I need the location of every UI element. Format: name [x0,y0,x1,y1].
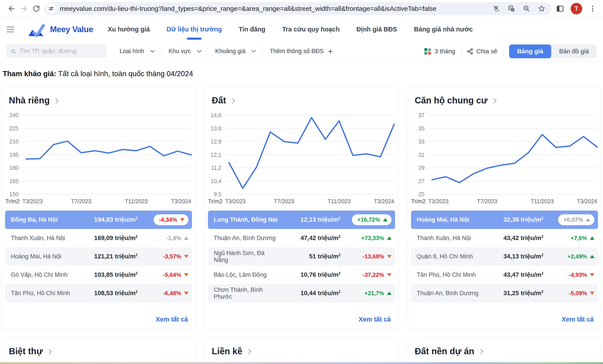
forward-button[interactable] [18,2,30,15]
row-price: 32,38 triệu/m2 [481,216,544,223]
filter-dropdown-2[interactable]: Khoảng giá [208,48,263,55]
bookmark-star-icon[interactable] [538,5,545,12]
nav-item-5[interactable]: Bảng giá nhà nước [414,26,473,33]
nav-item-1[interactable]: Dữ liệu thị trường [166,26,222,33]
market-card: Căn hộ chung cư 37353331292725Tr/m2T3/20… [408,86,601,330]
view-all-link[interactable]: Xem tất cả [156,316,188,323]
svg-text:T11/2023: T11/2023 [125,198,148,204]
card-header-link[interactable]: Biệt thự [2,337,195,356]
svg-text:文: 文 [511,9,514,11]
arrow-down-icon [590,273,594,276]
row-location: Hoàng Mai, Hà Nội [11,253,76,260]
site-settings-button[interactable] [46,3,56,14]
svg-text:T11/2023: T11/2023 [328,198,351,204]
row-location: Thanh Xuân, Hà Nội [11,235,76,241]
filter-dropdown-0[interactable]: Loại hình [113,48,161,55]
filter-dropdowns: Loại hìnhKhu vựcKhoảng giá [113,47,263,55]
card-header-link[interactable]: Liền kề [205,337,398,356]
svg-text:Tr/m2: Tr/m2 [208,198,222,204]
svg-text:12,9: 12,9 [211,138,222,145]
back-icon [8,5,15,13]
svg-text:Tr/m2: Tr/m2 [411,198,425,204]
table-row[interactable]: Hoàng Mai, Hà Nội121,21 triệu/m2-3,57% [5,247,192,266]
table-row[interactable]: Long Thành, Đồng Nai12,13 triệu/m2+16,72… [208,211,395,229]
change-value: +7,6% [571,235,587,241]
svg-text:25: 25 [418,191,425,197]
reload-button[interactable] [30,2,43,15]
toggle-price-table[interactable]: Bảng giá [509,45,551,58]
table-row[interactable]: Đống Đa, Hà Nội194,83 triệu/m2-4,34% [5,211,192,229]
row-price: 103,85 triệu/m2 [76,271,138,278]
table-row[interactable]: Thuận An, Bình Dương31,25 triệu/m2-5,09% [411,284,598,302]
more-params-button[interactable]: Thêm thông số BĐS [263,48,333,55]
svg-text:T3/2023: T3/2023 [225,198,246,204]
svg-text:Tr/m2: Tr/m2 [5,198,20,204]
arrow-up-icon [387,237,392,240]
arrow-up-icon [586,218,590,221]
row-price: 10,44 triệu/m2 [278,290,341,297]
search-input[interactable] [19,48,102,55]
nav-items: Xu hướng giáDữ liệu thị trườngTin đăngTr… [108,26,473,33]
nav-item-0[interactable]: Xu hướng giá [108,26,150,33]
svg-text:27: 27 [418,178,425,184]
market-card-partial: Liền kề 106 [205,337,398,364]
share-button[interactable]: Chia sẻ [467,48,497,55]
svg-text:T7/2023: T7/2023 [274,198,294,204]
row-change: -13,68% [341,253,392,260]
card-title: Nhà riêng [9,95,50,105]
arrow-down-icon [184,292,188,295]
table-row[interactable]: Thanh Xuân, Hà Nội43,42 triệu/m2+7,6% [411,229,598,247]
table-row[interactable]: Ngũ Hành Sơn, Đà Nẵng51 triệu/m2-13,68% [208,247,395,266]
change-value: -5,09% [569,290,587,297]
table-row[interactable]: Tân Phú, Hồ Chí Minh108,53 triệu/m2-6,48… [5,284,192,302]
table-row[interactable]: Thanh Xuân, Hà Nội169,09 triệu/m2-1,4% [5,229,192,247]
row-change: -5,64% [138,272,188,278]
url-text[interactable]: meeyvalue.com/du-lieu-thi-truong?land_ty… [60,5,488,12]
card-header-link[interactable]: Căn hộ chung cư [408,87,601,105]
nav-item-3[interactable]: Tra cứu quy hoạch [282,26,340,33]
table-row[interactable]: Bảo Lộc, Lâm Đồng10,76 triệu/m2-37,22% [208,266,395,284]
location-off-icon[interactable] [493,5,500,12]
translate-icon[interactable]: G文 [508,5,515,12]
view-all-link[interactable]: Xem tất cả [562,316,594,323]
filter-dropdown-1[interactable]: Khu vực [162,48,208,55]
row-change: +73,33% [341,235,392,241]
search-box[interactable] [6,45,106,58]
table-row[interactable]: Thuận An, Bình Dương47,42 triệu/m2+73,33… [208,229,395,247]
row-change: +7,6% [544,235,594,241]
arrow-down-icon [590,292,594,295]
svg-text:180: 180 [9,165,19,171]
table-row[interactable]: Chơn Thành, Bình Phước10,44 triệu/m2+21,… [208,284,395,302]
toggle-price-map[interactable]: Bản đồ giá [551,45,597,58]
card-header-link[interactable]: Nhà riêng [2,87,195,105]
row-change: -1,4% [138,235,188,241]
chevron-down-icon [251,48,256,53]
svg-text:33: 33 [418,138,425,145]
arrow-down-icon [387,255,392,258]
table-row[interactable]: Gò Vấp, Hồ Chí Minh103,85 triệu/m2-5,64% [5,266,192,284]
table-row[interactable]: Quận 8, Hồ Chí Minh34,13 triệu/m2+2,49% [411,247,598,266]
bottom-gradient-strip [0,362,603,364]
table-row[interactable]: Tân Phú, Hồ Chí Minh43,47 triệu/m2-4,93% [411,266,598,284]
nav-item-2[interactable]: Tin đăng [239,26,265,33]
brand-logo[interactable]: Meey Value [26,22,93,37]
back-button[interactable] [5,2,18,15]
address-bar[interactable]: meeyvalue.com/du-lieu-thi-truong?land_ty… [44,2,551,15]
row-location: Thuận An, Bình Dương [214,235,278,241]
period-selector[interactable]: 3 tháng [424,48,455,55]
view-all-link[interactable]: Xem tất cả [359,316,391,323]
market-card-partial: Đất nền dự án 47 [408,337,601,364]
side-panel-icon[interactable] [556,5,564,13]
change-value: +0,07% [563,216,583,223]
card-header-link[interactable]: Đất nền dự án [408,337,601,356]
table-row[interactable]: Hoàng Mai, Hà Nội32,38 triệu/m2+0,07% [411,211,598,229]
kebab-menu-icon[interactable] [589,5,596,12]
zoom-out-icon[interactable] [523,5,530,12]
nav-item-4[interactable]: Định giá BĐS [357,26,397,33]
hamburger-menu-icon[interactable] [7,27,15,32]
row-location: Ngũ Hành Sơn, Đà Nẵng [214,250,278,263]
tune-icon [48,6,54,11]
card-header-link[interactable]: Đất [205,87,398,105]
avatar[interactable]: T [571,3,582,14]
svg-text:31: 31 [418,152,425,158]
